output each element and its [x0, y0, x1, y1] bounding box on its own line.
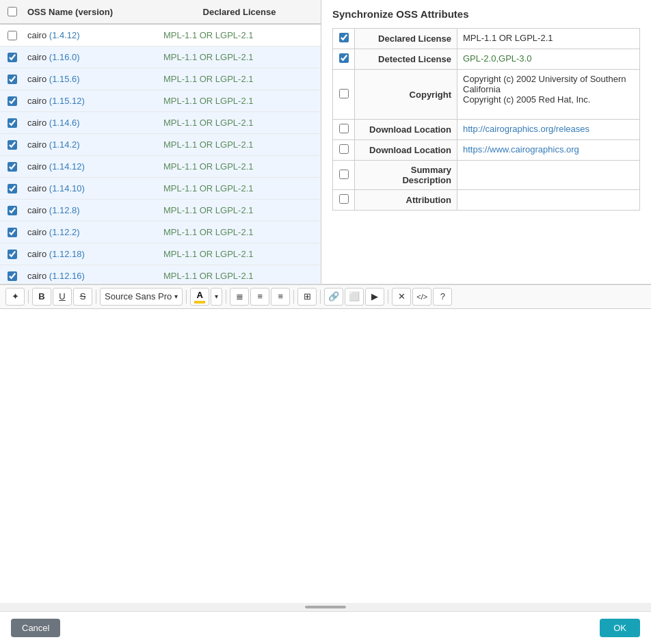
oss-name-text: cairo	[27, 30, 49, 40]
oss-name-text: cairo	[27, 96, 49, 106]
oss-table-body: cairo (1.4.12)MPL-1.1 OR LGPL-2.1cairo (…	[0, 25, 321, 284]
image-button[interactable]: ⬜	[345, 288, 364, 306]
oss-version-text: (1.12.16)	[49, 271, 85, 281]
separator-2	[96, 290, 96, 304]
editor-content-area[interactable]	[0, 309, 651, 604]
table-button[interactable]: ⊞	[297, 288, 317, 306]
row-oss-name[interactable]: cairo (1.14.10)	[25, 180, 158, 196]
fullscreen-button[interactable]: ✕	[392, 288, 411, 306]
highlight-color-button[interactable]: A	[190, 288, 209, 306]
sync-value-copyright: Copyright (c) 2002 University of Souther…	[457, 70, 640, 120]
select-all-checkbox[interactable]	[8, 7, 17, 16]
footer: Cancel OK	[0, 611, 651, 644]
separator-4	[226, 290, 226, 304]
row-check-col	[0, 250, 25, 259]
underline-button[interactable]: U	[53, 288, 72, 306]
oss-version-text: (1.16.0)	[49, 52, 80, 62]
row-checkbox[interactable]	[8, 271, 17, 281]
ok-button[interactable]: OK	[600, 619, 640, 637]
row-oss-name[interactable]: cairo (1.14.12)	[25, 159, 158, 174]
separator-1	[28, 290, 29, 304]
row-checkbox[interactable]	[8, 118, 17, 128]
row-oss-name[interactable]: cairo (1.4.12)	[25, 27, 158, 43]
sync-row-copyright: CopyrightCopyright (c) 2002 University o…	[333, 70, 640, 120]
sync-checkbox-declared-license[interactable]	[339, 33, 349, 42]
font-name-label: Source Sans Pro	[105, 291, 172, 301]
row-check-col	[0, 184, 25, 193]
strikethrough-button[interactable]: S	[73, 288, 92, 306]
magic-button[interactable]: ✦	[5, 288, 25, 306]
row-oss-name[interactable]: cairo (1.15.6)	[25, 71, 158, 87]
table-icon: ⊞	[304, 291, 311, 301]
source-button[interactable]: </>	[412, 288, 431, 306]
sync-checkbox-attribution[interactable]	[339, 194, 349, 204]
sync-check-col	[333, 140, 355, 161]
number-list-button[interactable]: ≡	[250, 288, 269, 306]
sync-checkbox-download-location-2[interactable]	[339, 144, 349, 154]
oss-name-text: cairo	[27, 74, 49, 84]
sync-checkbox-download-location-1[interactable]	[339, 124, 349, 133]
sync-check-col	[333, 190, 355, 211]
sync-checkbox-detected-license[interactable]	[339, 53, 349, 63]
row-checkbox[interactable]	[8, 206, 17, 215]
editor-toolbar: ✦ B U S Source Sans Pro ▾ A ▾ ≣ ≡ ≡ ⊞ 🔗 …	[0, 284, 651, 309]
indent-button[interactable]: ≡	[271, 288, 290, 306]
sync-label-declared-license: Declared License	[355, 29, 457, 49]
header-checkbox-col	[0, 7, 25, 16]
row-oss-name[interactable]: cairo (1.12.18)	[25, 246, 158, 262]
row-checkbox[interactable]	[8, 184, 17, 193]
horizontal-scrollbar[interactable]	[305, 606, 346, 608]
row-checkbox[interactable]	[8, 250, 17, 259]
row-check-col	[0, 140, 25, 150]
row-oss-name[interactable]: cairo (1.12.16)	[25, 268, 158, 284]
row-check-col	[0, 206, 25, 215]
row-check-col	[0, 271, 25, 281]
row-checkbox[interactable]	[8, 162, 17, 172]
row-oss-name[interactable]: cairo (1.12.2)	[25, 224, 158, 240]
license-header: Declared License	[158, 7, 321, 17]
row-oss-name[interactable]: cairo (1.14.2)	[25, 137, 158, 152]
bold-button[interactable]: B	[32, 288, 51, 306]
table-row: cairo (1.14.10)MPL-1.1 OR LGPL-2.1	[0, 178, 321, 200]
sync-checkbox-summary-description[interactable]	[339, 170, 349, 179]
media-icon: ▶	[371, 291, 378, 301]
row-license: MPL-1.1 OR LGPL-2.1	[158, 246, 321, 262]
sync-attributes-table: Declared LicenseMPL-1.1 OR LGPL-2.1Detec…	[332, 28, 640, 211]
row-checkbox[interactable]	[8, 53, 17, 62]
row-license: MPL-1.1 OR LGPL-2.1	[158, 115, 321, 131]
table-row: cairo (1.14.6)MPL-1.1 OR LGPL-2.1	[0, 112, 321, 134]
sync-label-summary-description: Summary Description	[355, 161, 457, 190]
color-arrow-button[interactable]: ▾	[211, 288, 222, 306]
cancel-button[interactable]: Cancel	[11, 619, 60, 637]
strikethrough-icon: S	[80, 291, 86, 301]
help-icon: ?	[440, 291, 445, 301]
row-checkbox[interactable]	[8, 228, 17, 237]
row-oss-name[interactable]: cairo (1.14.6)	[25, 115, 158, 131]
row-check-col	[0, 96, 25, 106]
oss-name-text: cairo	[27, 249, 49, 259]
oss-name-text: cairo	[27, 118, 49, 128]
row-oss-name[interactable]: cairo (1.12.8)	[25, 202, 158, 218]
image-icon: ⬜	[349, 291, 360, 301]
separator-7	[388, 290, 388, 304]
row-checkbox[interactable]	[8, 140, 17, 150]
media-button[interactable]: ▶	[365, 288, 384, 306]
row-checkbox[interactable]	[8, 96, 17, 106]
font-selector[interactable]: Source Sans Pro ▾	[100, 288, 183, 306]
sync-title: Synchronize OSS Attributes	[332, 8, 640, 20]
row-oss-name[interactable]: cairo (1.16.0)	[25, 49, 158, 65]
scroll-indicator-area	[0, 603, 651, 611]
oss-version-text: (1.14.2)	[49, 139, 80, 150]
row-license: MPL-1.1 OR LGPL-2.1	[158, 224, 321, 240]
row-check-col	[0, 162, 25, 172]
help-button[interactable]: ?	[433, 288, 452, 306]
row-checkbox[interactable]	[8, 75, 17, 84]
source-icon: </>	[416, 293, 427, 301]
link-button[interactable]: 🔗	[324, 288, 343, 306]
bullet-list-button[interactable]: ≣	[230, 288, 249, 306]
sync-value-download-location-2: https://www.cairographics.org	[457, 140, 640, 161]
row-checkbox[interactable]	[8, 31, 17, 40]
sync-checkbox-copyright[interactable]	[339, 89, 349, 98]
row-oss-name[interactable]: cairo (1.15.12)	[25, 93, 158, 109]
fullscreen-icon: ✕	[398, 291, 406, 301]
